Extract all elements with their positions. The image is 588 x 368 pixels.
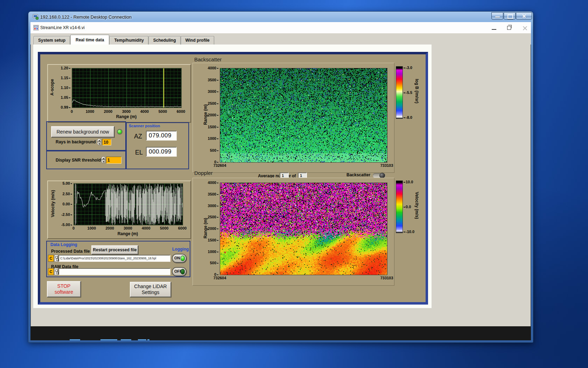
tick-label: 4000 — [208, 180, 218, 185]
tick-label: 4000 — [208, 66, 218, 70]
doppler-title: Doppler — [194, 170, 213, 176]
tick-label: 2500 — [208, 101, 218, 105]
tick-label: 2000 — [208, 113, 218, 117]
processed-path-field[interactable]: C:\Lidar\Data\Proc\2023\202309\20230906\… — [58, 255, 170, 262]
logging-on-led — [181, 255, 185, 261]
app-restore-icon[interactable] — [507, 26, 511, 30]
raw-logging-toggle[interactable]: OFF — [172, 267, 187, 276]
tick-label: 0 — [69, 226, 78, 230]
processed-logging-toggle[interactable]: ON — [172, 254, 187, 263]
tick-label: 5000 — [158, 109, 168, 114]
renew-background-button[interactable]: Renew background now — [51, 126, 114, 137]
doppler-x-start: 732604 — [209, 276, 230, 280]
el-value-field: 000.099 — [146, 147, 177, 157]
tick-label: 3500 — [208, 78, 218, 82]
ascope-xtick-labels: 0100020003000400050006000 — [67, 109, 186, 114]
restart-processed-file-button[interactable]: Restart processed file — [91, 245, 138, 254]
tick-label: -10.0 — [404, 230, 420, 234]
tab-wind-profile[interactable]: Wind profile — [181, 36, 214, 45]
el-label: EL — [135, 149, 143, 156]
close-icon — [521, 13, 527, 19]
tick-label: 5000 — [159, 226, 169, 230]
doppler-colorbar — [396, 180, 403, 233]
tick-label: -8.0 — [404, 115, 420, 120]
tick-label: 0 — [67, 109, 77, 114]
scanner-position-box — [126, 122, 189, 169]
rays-value-field[interactable]: 10 — [102, 139, 111, 145]
snr-spinner[interactable] — [101, 156, 106, 163]
running-indicator — [70, 339, 80, 340]
tick-label: -3.0 — [404, 66, 420, 70]
tick-label: 2.50 — [63, 192, 72, 196]
drive-select[interactable]: C — [48, 255, 54, 262]
tick-label: 500 — [210, 148, 218, 152]
background-status-led — [117, 129, 122, 135]
scanner-position-title: Scanner position — [129, 124, 160, 128]
backscatter-ytick-labels: 40003500300025002000150010005000 — [204, 66, 218, 164]
rdp-window-title: 192.168.0.122 - Remote Desktop Connectio… — [40, 14, 132, 20]
tick-label: 1000 — [85, 109, 95, 114]
az-value-field: 079.009 — [146, 131, 177, 141]
tick-label: 1500 — [208, 238, 218, 242]
tab-system-setup[interactable]: System setup — [34, 36, 70, 45]
stop-line2: software — [55, 289, 73, 295]
tick-label: 6000 — [176, 109, 186, 114]
stop-line1: STOP — [57, 283, 71, 289]
remote-taskbar: Scan sched ENG — [30, 326, 531, 340]
tick-label: 1500 — [208, 125, 218, 129]
app-minimize-icon[interactable] — [492, 29, 496, 30]
snr-value-field[interactable]: 1 — [106, 157, 121, 164]
tab-real-time-data[interactable]: Real time data — [70, 35, 109, 45]
logging-label: Logging — [172, 247, 189, 252]
maximize-icon — [507, 14, 513, 19]
backscatter-x-start: 732604 — [209, 163, 230, 168]
spinner-up-icon[interactable] — [97, 138, 102, 142]
backscatter-colorbar — [396, 66, 403, 119]
change-line1: Change LiDAR — [134, 284, 167, 289]
backscatter-x-end: 733103 — [376, 163, 397, 168]
tick-label: 3500 — [208, 192, 218, 196]
tick-label: 3000 — [123, 226, 133, 230]
running-indicator — [100, 339, 117, 340]
spinner-down-icon[interactable] — [101, 160, 106, 163]
rays-in-background-label: Rays in background — [56, 139, 96, 144]
rdp-minimize-button[interactable] — [491, 12, 503, 20]
browse-icon[interactable] — [54, 268, 58, 275]
ascope-ytick-labels: 1.201.151.101.050.99 — [55, 66, 70, 109]
ascope-plot — [72, 68, 182, 108]
spinner-up-icon[interactable] — [101, 156, 106, 160]
az-label: AZ — [134, 133, 142, 140]
tick-label: 6000 — [177, 226, 187, 230]
app-close-icon[interactable] — [523, 26, 527, 30]
tick-label: 1000 — [87, 226, 97, 230]
tick-label: 1.05 — [61, 95, 70, 100]
rdp-close-button[interactable] — [516, 12, 532, 20]
browse-icon[interactable] — [54, 255, 58, 262]
tab-temp-humidity[interactable]: Temp/humidity — [110, 36, 148, 45]
running-indicator — [121, 339, 131, 340]
raw-path-field[interactable] — [58, 268, 170, 275]
ascope-ylabel: A-scope — [50, 66, 55, 108]
logging-off-led — [181, 269, 185, 274]
running-indicator — [147, 339, 149, 340]
tick-label: 2000 — [208, 226, 218, 231]
snr-threshold-label: Display SNR threshold — [56, 158, 101, 163]
running-indicator — [138, 339, 146, 340]
tick-label: 10.0 — [404, 180, 420, 184]
stop-software-button[interactable]: STOP software — [47, 281, 81, 297]
minimize-icon — [495, 16, 500, 18]
rdp-titlebar[interactable]: 192.168.0.122 - Remote Desktop Connectio… — [28, 12, 533, 22]
spinner-down-icon[interactable] — [97, 142, 102, 145]
drive-select[interactable]: C — [48, 268, 54, 275]
rays-spinner[interactable] — [97, 138, 102, 145]
velocity-ytick-labels: 5.002.500.00-2.50-5.00 — [56, 181, 72, 227]
backscatter-title: Backscatter — [194, 56, 222, 62]
app-titlebar[interactable]: StreamLine XR v14-6.vi — [30, 22, 531, 33]
rdp-maximize-button[interactable] — [504, 12, 516, 20]
backscatter-toggle[interactable] — [373, 173, 385, 178]
change-lidar-settings-button[interactable]: Change LiDAR Settings — [130, 282, 171, 297]
change-line2: Settings — [142, 289, 160, 295]
backscatter-heatmap — [220, 68, 387, 163]
velocity-plot — [74, 183, 183, 225]
tab-scheduling[interactable]: Scheduling — [149, 36, 181, 45]
